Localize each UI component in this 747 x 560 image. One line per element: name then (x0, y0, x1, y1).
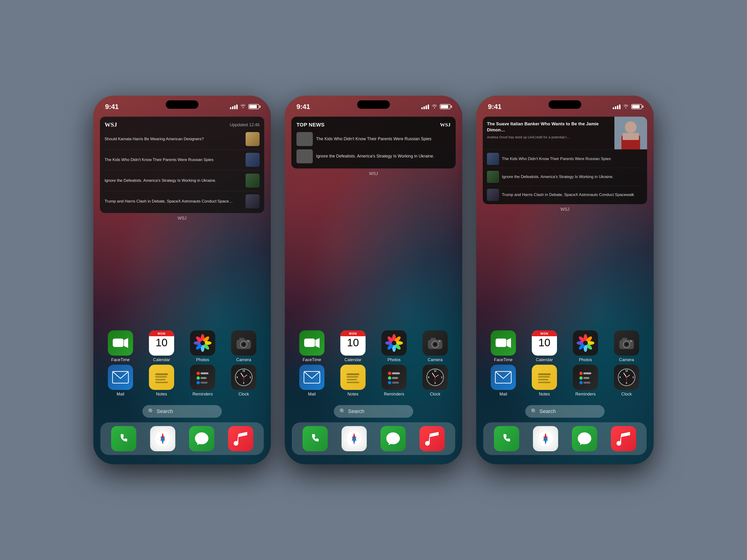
dock-phone-3[interactable] (494, 426, 519, 451)
app-camera-3[interactable]: Camera (609, 330, 644, 363)
wsj-large-article-3-3[interactable]: Trump and Harris Clash in Debate, SpaceX… (487, 189, 643, 201)
svg-point-71 (388, 376, 391, 380)
clock-icon-2: 12 6 9 3 (422, 365, 448, 390)
dynamic-island-1 (166, 100, 199, 109)
dock-phone-1[interactable] (111, 426, 136, 451)
reminders-icon-3 (573, 365, 598, 390)
wsj-large-text-3-3: Trump and Harris Clash in Debate, SpaceX… (502, 192, 634, 197)
svg-point-116 (579, 372, 583, 375)
cal-header-2: MON (340, 330, 365, 336)
app-reminders-2[interactable]: Reminders (377, 365, 412, 397)
app-label-mail-1: Mail (117, 392, 124, 397)
app-label-camera-3: Camera (619, 357, 634, 363)
app-notes-1[interactable]: Notes (144, 365, 179, 397)
svg-rect-68 (347, 373, 359, 375)
svg-rect-66 (347, 379, 357, 380)
app-facetime-1[interactable]: FaceTime (103, 330, 138, 363)
photos-icon-3 (573, 330, 598, 355)
wsj-large-thumb-1-3 (487, 153, 499, 165)
wsj-article-text-4: Trump and Harris Clash in Debate, SpaceX… (105, 198, 246, 204)
svg-rect-46 (304, 339, 315, 347)
wsj-article-2[interactable]: The Kids Who Didn't Know Their Parents W… (105, 153, 260, 170)
app-notes-2[interactable]: Notes (335, 365, 370, 397)
app-label-photos-2: Photos (387, 357, 401, 363)
app-photos-2[interactable]: Photos (377, 330, 412, 363)
app-photos-1[interactable]: Photos (185, 330, 220, 363)
calendar-icon-3: MON 10 (532, 330, 557, 355)
app-calendar-3[interactable]: MON 10 Calendar (527, 330, 562, 363)
dynamic-island-3 (548, 100, 581, 109)
app-reminders-1[interactable]: Reminders (185, 365, 220, 397)
status-time-1: 9:41 (105, 103, 119, 111)
app-label-clock-3: Clock (621, 392, 632, 397)
svg-text:6: 6 (434, 382, 436, 384)
app-notes-3[interactable]: Notes (527, 365, 562, 397)
svg-text:6: 6 (626, 382, 627, 384)
dock-messages-3[interactable] (572, 426, 597, 451)
screen-3: 9:41 (476, 96, 654, 464)
wsj-article-1[interactable]: Should Kamala Harris Be Wearing American… (105, 132, 260, 150)
search-bar-1[interactable]: 🔍 Search (143, 405, 222, 418)
dock-phone-2[interactable] (303, 426, 328, 451)
wsj-top-news-widget-2[interactable]: TOP NEWS WSJ The Kids Who Didn't Know Th… (291, 117, 456, 168)
dock-safari-1[interactable] (150, 426, 175, 451)
svg-text:9: 9 (428, 376, 429, 379)
wsj-large-text-3: The Suave Italian Banker Who Wants to Be… (483, 117, 614, 149)
app-label-photos-3: Photos (579, 357, 592, 363)
app-label-reminders-3: Reminders (575, 392, 595, 397)
wsj-large-article-1-3[interactable]: The Kids Who Didn't Know Their Parents W… (487, 153, 643, 168)
svg-rect-13 (239, 338, 244, 341)
top-news-article-1-2[interactable]: The Kids Who Didn't Know Their Parents W… (297, 132, 450, 146)
svg-rect-113 (538, 379, 548, 380)
search-bar-2[interactable]: 🔍 Search (334, 405, 413, 418)
top-news-thumb-2-2 (297, 149, 313, 163)
wsj-large-widget-3[interactable]: The Suave Italian Banker Who Wants to Be… (483, 117, 647, 204)
svg-rect-114 (538, 376, 550, 377)
wsj-large-article-2-3[interactable]: Ignore the Defeatists. America's Strateg… (487, 171, 643, 186)
svg-text:12: 12 (242, 370, 245, 372)
app-facetime-3[interactable]: FaceTime (486, 330, 521, 363)
dock-messages-1[interactable] (189, 426, 214, 451)
app-mail-2[interactable]: Mail (294, 365, 329, 397)
camera-icon-1 (231, 330, 256, 355)
app-clock-2[interactable]: 12 6 9 3 Clock (418, 365, 453, 397)
app-camera-1[interactable]: Camera (226, 330, 261, 363)
app-calendar-1[interactable]: MON 10 Calendar (144, 330, 179, 363)
top-news-title-2: TOP NEWS (297, 122, 325, 128)
dock-music-1[interactable] (228, 426, 253, 451)
dock-music-3[interactable] (611, 426, 636, 451)
svg-rect-72 (392, 377, 398, 379)
app-mail-3[interactable]: Mail (486, 365, 521, 397)
app-facetime-2[interactable]: FaceTime (294, 330, 329, 363)
reminders-icon-1 (190, 365, 215, 390)
wsj-article-4[interactable]: Trump and Harris Clash in Debate, SpaceX… (105, 194, 260, 208)
app-label-reminders-1: Reminders (192, 392, 213, 397)
messages-app-icon-1 (189, 426, 214, 451)
svg-marker-47 (315, 338, 319, 348)
dock-safari-3[interactable] (533, 426, 558, 451)
wsj-thumb-3 (246, 174, 260, 188)
svg-rect-30 (201, 382, 208, 383)
search-text-2: Search (348, 408, 364, 415)
mail-icon-2 (299, 365, 325, 390)
svg-point-118 (579, 376, 583, 380)
top-news-article-2-2[interactable]: Ignore the Defeatists. America's Strateg… (297, 149, 450, 163)
app-clock-3[interactable]: 12 6 9 3 Clock (609, 365, 644, 397)
app-calendar-2[interactable]: MON 10 Calendar (335, 330, 370, 363)
app-label-facetime-2: FaceTime (303, 357, 321, 363)
app-clock-1[interactable]: 12 6 9 3 Clock (226, 365, 261, 397)
wsj-widget-1[interactable]: WSJ Uppdated 12:46 Should Kamala Harris … (100, 117, 264, 213)
app-grid-2: FaceTime MON 10 Calendar (291, 330, 456, 399)
dock-safari-2[interactable] (341, 426, 367, 451)
dock-music-2[interactable] (419, 426, 445, 451)
app-photos-3[interactable]: Photos (568, 330, 603, 363)
app-camera-2[interactable]: Camera (418, 330, 453, 363)
app-reminders-3[interactable]: Reminders (568, 365, 603, 397)
search-bar-3[interactable]: 🔍 Search (525, 405, 604, 418)
app-mail-1[interactable]: Mail (103, 365, 138, 397)
signal-icon-3 (613, 104, 620, 109)
dock-messages-2[interactable] (381, 426, 406, 451)
cal-number-3: 10 (538, 337, 550, 348)
svg-text:9: 9 (236, 376, 238, 379)
wsj-article-3[interactable]: Ignore the Defeatists. America's Strateg… (105, 174, 260, 191)
